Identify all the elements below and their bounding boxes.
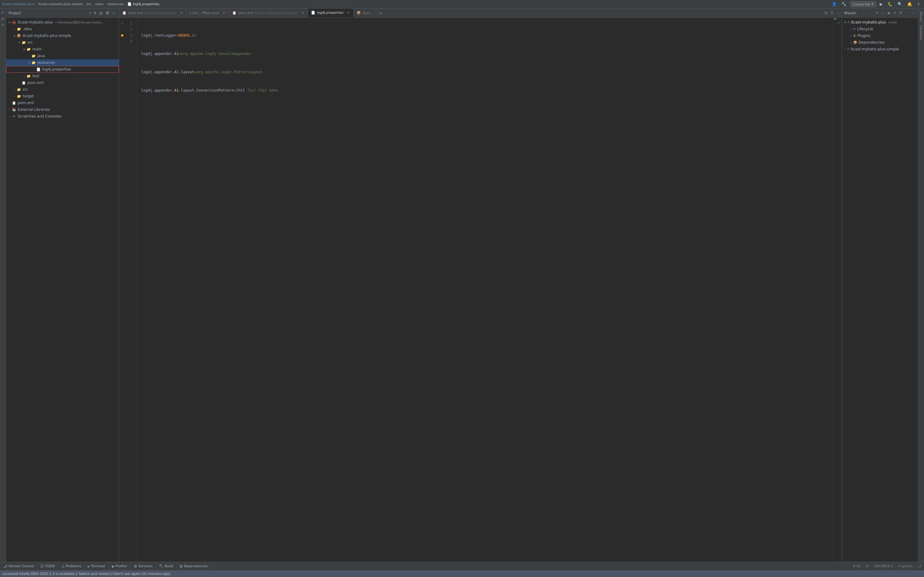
tree-item-test[interactable]: › 📁 test xyxy=(6,73,119,79)
tree-item-main[interactable]: ▾ 📁 main xyxy=(6,46,119,53)
tab-pom-simple-hint: (itcast-mybatis-plus-simple) xyxy=(255,11,297,15)
tree-item-resources[interactable]: ▾ 📁 resources xyxy=(6,59,119,66)
indent-info: 4 spaces xyxy=(898,564,913,568)
bottom-tool-services[interactable]: ⚙ Services xyxy=(131,562,156,570)
code-val-1: ,A1 xyxy=(190,32,197,39)
tree-item-ext-libs[interactable]: › 📚 External Libraries xyxy=(6,106,119,113)
breadcrumb-part-4[interactable]: main xyxy=(95,2,103,6)
bottom-tool-problems[interactable]: ⚠ Problems xyxy=(58,562,85,570)
tab-action-1[interactable]: ⊞ xyxy=(824,10,829,16)
check-ok-icon: ✓ xyxy=(837,20,841,25)
project-tab-icon[interactable]: P xyxy=(1,10,5,15)
collapse-all-btn[interactable]: ≡ xyxy=(92,10,97,16)
database-side-tab[interactable]: Database xyxy=(919,24,923,42)
maven-tree: ▾ ⚡ itcast-mybatis-plus (root) › ⟳ Lifec… xyxy=(842,18,918,562)
tab-pom-simple-close[interactable]: ✕ xyxy=(300,11,304,15)
breadcrumb-part-1[interactable]: itcast-mybatis-plus xyxy=(2,2,34,6)
tree-item-pom-module[interactable]: › 📋 pom.xml xyxy=(6,79,119,86)
tree-item-root-project[interactable]: ▾ 💼 itcast-mybatis-plus ~/Desktop/项目/itc… xyxy=(6,19,119,26)
maven-lifecycle-label: Lifecycle xyxy=(857,27,873,31)
main-layout: P B S Project ▾ ≡ ◎ ⚙ ─ ▾ 💼 itcast-mybat… xyxy=(0,8,924,562)
tree-item-src-root[interactable]: › 📁 src xyxy=(6,86,119,93)
tree-item-log4j[interactable]: › 📄 log4j.properties xyxy=(6,66,119,73)
minimize-btn[interactable]: ─ xyxy=(111,10,116,16)
src-arrow: ▾ xyxy=(17,41,21,44)
module-label: itcast-mybatis-plus-simple xyxy=(23,34,71,38)
main-arrow: ▾ xyxy=(22,48,26,51)
run-btn[interactable]: ▶ xyxy=(879,1,884,7)
tab-log4j[interactable]: 📄 log4j.properties ✕ xyxy=(308,8,354,18)
maven-refresh-btn[interactable]: ↻ xyxy=(874,10,880,16)
tree-item-target[interactable]: › 📁 target xyxy=(6,93,119,100)
maven-item-dependencies[interactable]: › 📦 Dependencies xyxy=(842,39,918,46)
search-btn[interactable]: 🔍 xyxy=(896,1,903,7)
tab-main-java-close[interactable]: ✕ xyxy=(222,11,226,15)
locate-btn[interactable]: ◎ xyxy=(98,10,104,16)
gutter-icons: ✓ xyxy=(119,18,125,562)
debug-btn[interactable]: 🐛 xyxy=(887,1,894,7)
tree-item-module[interactable]: ▾ 📦 itcast-mybatis-plus-simple xyxy=(6,32,119,39)
root-path-hint: ~/Desktop/项目/itcast-myba... xyxy=(54,20,104,25)
tree-item-src[interactable]: ▾ 📁 src xyxy=(6,39,119,46)
tree-item-idea[interactable]: › 📁 .idea xyxy=(6,26,119,32)
tab-pom-plus-hint: (itcast-mybatis-plus) xyxy=(145,11,176,15)
current-file-dropdown[interactable]: Current File ▾ xyxy=(850,1,876,7)
project-panel-dropdown[interactable]: ▾ xyxy=(89,11,91,15)
project-panel-title: Project xyxy=(8,11,87,15)
project-icon: 💼 xyxy=(11,21,16,24)
maven-more-btn[interactable]: ⋮ xyxy=(904,10,910,16)
tab-more-btn[interactable]: ▸ xyxy=(378,8,384,18)
tab-itca[interactable]: 📦 itca... xyxy=(354,8,378,18)
src-root-icon: 📁 xyxy=(16,88,21,92)
bottom-status-right: 4:16 LF ISO-8859-1 4 spaces ⎇ xyxy=(851,564,924,568)
breadcrumb-part-2[interactable]: itcast-mybatis-plus-simple xyxy=(38,2,82,6)
breadcrumb-part-5[interactable]: resources xyxy=(107,2,123,6)
maven-root-badge: (root) xyxy=(888,21,897,24)
bottom-tool-version-control[interactable]: ⎇ Version Control xyxy=(0,562,37,570)
user-icon-btn[interactable]: 👤 xyxy=(830,1,838,7)
bottom-tool-dependencies[interactable]: ⊞ Dependencies xyxy=(177,562,211,570)
tab-action-2[interactable]: ☰ xyxy=(829,10,835,16)
breadcrumb-filename[interactable]: log4j.properties xyxy=(133,2,159,6)
settings-btn[interactable]: ⚙ xyxy=(105,10,111,16)
tab-log4j-close[interactable]: ✕ xyxy=(347,11,350,15)
tab-pom-plus-close[interactable]: ✕ xyxy=(179,11,183,15)
update-btn[interactable]: ⬇ xyxy=(916,1,922,7)
maven-item-simple[interactable]: › ⚡ itcast-mybatis-plus-simple xyxy=(842,46,918,53)
structure-tab-icon[interactable]: S xyxy=(1,22,5,28)
bottom-tool-terminal[interactable]: ▸ Terminal xyxy=(85,562,108,570)
bottom-tool-todo[interactable]: ☑ TODO xyxy=(37,562,58,570)
tree-item-pom-root[interactable]: › 📋 pom.xml xyxy=(6,100,119,106)
maven-side-tab[interactable]: Maven xyxy=(919,10,923,24)
maven-skip-btn[interactable]: ⊘ xyxy=(892,10,897,16)
bottom-tool-profiler[interactable]: ◈ Profiler xyxy=(108,562,131,570)
breadcrumb-sep-4: › xyxy=(105,2,106,6)
breadcrumb-part-3[interactable]: src xyxy=(86,2,91,6)
target-arrow: › xyxy=(12,95,16,98)
test-arrow: › xyxy=(22,74,26,78)
maven-add-btn[interactable]: ＋ xyxy=(880,10,886,16)
todo-icon: ☑ xyxy=(40,564,44,569)
code-key-2: log4j.appender.A1 xyxy=(141,51,179,57)
maven-item-root[interactable]: ▾ ⚡ itcast-mybatis-plus (root) xyxy=(842,19,918,26)
maven-item-plugins[interactable]: › ⚙ Plugins xyxy=(842,32,918,39)
tab-pom-xml-simple[interactable]: 📋 pom.xml (itcast-mybatis-plus-simple) ✕ xyxy=(229,8,308,18)
code-level-1: DEBUG xyxy=(179,32,190,39)
project-panel: Project ▾ ≡ ◎ ⚙ ─ ▾ 💼 itcast-mybatis-plu… xyxy=(6,8,119,562)
tab-action-3[interactable]: ─ xyxy=(835,11,840,16)
line-num-3: 3 xyxy=(125,32,135,39)
notifications-btn[interactable]: 🔔 xyxy=(906,1,913,7)
bookmarks-tab-icon[interactable]: B xyxy=(1,16,5,22)
wrench-icon-btn[interactable]: 🔧 xyxy=(840,1,848,7)
tree-item-scratches[interactable]: › ✏ Scratches and Consoles xyxy=(6,113,119,120)
tab-main-java[interactable]: J src/.../Main.java ✕ xyxy=(187,8,229,18)
maven-settings-btn[interactable]: ⚙ xyxy=(898,10,903,16)
maven-item-lifecycle[interactable]: › ⟳ Lifecycle xyxy=(842,26,918,32)
maven-minimize-btn[interactable]: ─ xyxy=(911,10,916,16)
bottom-tool-build[interactable]: 🔨 Build xyxy=(156,562,177,570)
maven-run-btn[interactable]: ▶ xyxy=(887,10,892,16)
tab-pom-xml-plus[interactable]: 📋 pom.xml (itcast-mybatis-plus) ✕ xyxy=(119,8,187,18)
line-num-2: 2 xyxy=(125,26,135,32)
tree-item-java[interactable]: › 📁 java xyxy=(6,53,119,59)
code-editor[interactable]: log4j.rootLogger=DEBUG,A1 log4j.appender… xyxy=(137,18,833,562)
